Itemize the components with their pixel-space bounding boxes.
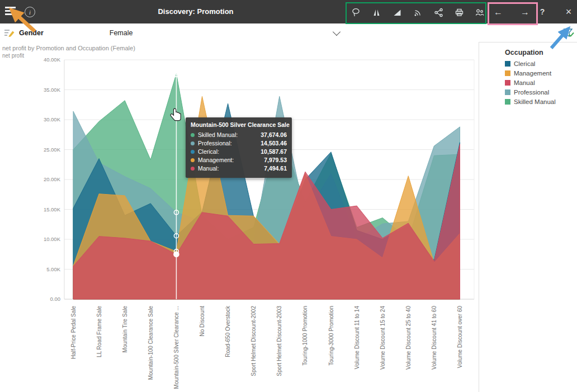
svg-text:0.00: 0.00 (50, 296, 61, 302)
svg-text:Volume Discount over 60: Volume Discount over 60 (457, 306, 463, 369)
titlebar: i Discovery: Promotion (0, 0, 577, 23)
filter-check-icon[interactable] (562, 27, 575, 39)
legend-label: Clerical (514, 60, 535, 67)
tooltip-row: Professional:14,503.46 (191, 140, 287, 147)
chart-title: net profit by Promotion and Occupation (… (2, 45, 135, 51)
legend-swatch (505, 70, 510, 76)
back-button[interactable]: ← (491, 5, 505, 20)
trend-triangle-button[interactable] (390, 5, 404, 20)
main-content: net profit by Promotion and Occupation (… (0, 42, 577, 392)
help-button[interactable]: ? (536, 4, 549, 19)
svg-text:20.00K: 20.00K (44, 176, 61, 182)
filter-bar: Gender Female (0, 23, 577, 42)
svg-text:Sport Helmet Discount-2002: Sport Helmet Discount-2002 (250, 306, 257, 376)
legend-swatch (505, 89, 510, 95)
lasso-select-icon (351, 8, 361, 17)
series-dot-icon (191, 133, 195, 137)
legend-swatch (505, 80, 510, 86)
tooltip-row: Skilled Manual:37,674.06 (191, 131, 287, 138)
filter-settings-icon[interactable] (3, 28, 16, 38)
svg-text:Touring-1000 Promotion: Touring-1000 Promotion (302, 306, 308, 366)
svg-text:Half-Price Pedal Sale: Half-Price Pedal Sale (70, 306, 77, 359)
legend-item[interactable]: Professional (505, 89, 574, 96)
tooltip-title: Mountain-500 Silver Clearance Sale (191, 121, 287, 128)
svg-text:30.00K: 30.00K (44, 116, 61, 122)
svg-text:10.00K: 10.00K (44, 236, 61, 242)
collaboration-icon (475, 8, 485, 17)
svg-text:35.00K: 35.00K (44, 87, 61, 93)
printer-icon (455, 8, 464, 17)
lasso-select-button[interactable] (349, 5, 362, 20)
legend-swatch (505, 99, 510, 105)
series-dot-icon (191, 150, 195, 154)
svg-text:Volume Discount 41 to 60: Volume Discount 41 to 60 (431, 306, 437, 370)
svg-text:15.00K: 15.00K (44, 206, 61, 212)
svg-text:Sport Helmet Discount-2003: Sport Helmet Discount-2003 (276, 306, 282, 376)
svg-text:Road-650 Overstock: Road-650 Overstock (225, 305, 231, 357)
series-dot-icon (191, 141, 195, 145)
svg-text:Volume Discount 15 to 24: Volume Discount 15 to 24 (380, 306, 386, 370)
tooltip-row: Management:7,979.53 (191, 157, 287, 163)
legend-item[interactable]: Management (505, 70, 574, 77)
svg-text:Volume Discount 25 to 40: Volume Discount 25 to 40 (405, 306, 412, 370)
share-button[interactable] (432, 5, 445, 20)
tooltip-row: Manual:7,494.61 (191, 165, 287, 172)
broadcast-icon (413, 8, 423, 17)
tooltip-row: Clerical:10,587.67 (191, 148, 287, 155)
filter-dimension-label: Gender (19, 29, 44, 37)
filter-value-dropdown[interactable]: Female (110, 29, 133, 37)
legend-label: Management (514, 70, 551, 77)
close-button[interactable]: × (561, 4, 576, 20)
legend-swatch (505, 61, 510, 67)
window-title: Discovery: Promotion (0, 0, 391, 23)
mirror-chart-button[interactable] (370, 5, 383, 20)
legend-title: Occupation (505, 49, 574, 56)
svg-text:No Discount: No Discount (199, 306, 205, 337)
legend-label: Manual (514, 79, 535, 86)
legend-item[interactable]: Manual (505, 79, 574, 86)
svg-text:Mountain-100 Clearance Sale: Mountain-100 Clearance Sale (148, 306, 154, 380)
series-dot-icon (191, 167, 195, 171)
legend-panel: Occupation ClericalManagementManualProfe… (479, 42, 577, 392)
svg-text:Mountain-500 Silver Clearance: Mountain-500 Silver Clearance ... (173, 306, 179, 389)
collaboration-button[interactable] (473, 5, 486, 20)
series-dot-icon (191, 158, 195, 162)
app-window: i Discovery: Promotion (0, 0, 577, 392)
toolbar (349, 3, 486, 22)
chart-panel: net profit by Promotion and Occupation (… (0, 42, 479, 392)
chart-tooltip: Mountain-500 Silver Clearance Sale Skill… (186, 117, 292, 178)
share-icon (434, 8, 443, 17)
broadcast-button[interactable] (411, 5, 424, 20)
legend-item[interactable]: Clerical (505, 60, 574, 67)
svg-text:Touring-3000 Promotion: Touring-3000 Promotion (328, 306, 334, 366)
trend-triangle-icon (392, 8, 402, 17)
history-nav: ← → (491, 3, 532, 22)
area-chart[interactable]: 0.005.00K10.00K15.00K20.00K25.00K30.00K3… (0, 58, 479, 392)
svg-text:25.00K: 25.00K (44, 147, 61, 153)
svg-text:40.00K: 40.00K (44, 58, 61, 63)
svg-text:Mountain Tire Sale: Mountain Tire Sale (122, 306, 128, 353)
svg-text:Volume Discount 11 to 14: Volume Discount 11 to 14 (354, 306, 360, 370)
legend-label: Skilled Manual (514, 98, 556, 105)
print-button[interactable] (452, 5, 466, 20)
svg-text:LL Road Frame Sale: LL Road Frame Sale (96, 306, 102, 357)
legend-item[interactable]: Skilled Manual (505, 98, 574, 105)
chevron-down-icon[interactable] (333, 27, 340, 35)
legend-label: Professional (514, 89, 549, 96)
forward-button[interactable]: → (518, 5, 532, 20)
mirror-chart-icon (372, 8, 381, 17)
svg-text:5.00K: 5.00K (46, 266, 60, 272)
